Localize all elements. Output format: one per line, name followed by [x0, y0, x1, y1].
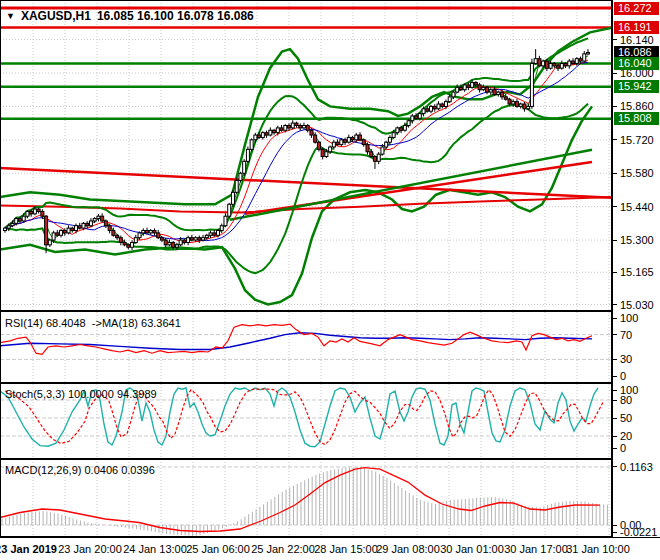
- stoch-indicator-label: Stoch(5,3,3) 100.0000 94.3989: [5, 388, 157, 400]
- time-axis-label: 31 Jan 10:00: [566, 543, 630, 555]
- time-axis-label: 23 Jan 20:00: [58, 543, 122, 555]
- time-axis[interactable]: 23 Jan 201923 Jan 20:0024 Jan 13:0025 Ja…: [0, 538, 660, 560]
- stoch-axis-label: 0: [613, 442, 626, 454]
- axis-tick: [613, 206, 617, 207]
- axis-tick: [613, 359, 617, 360]
- chart-dropdown-icon[interactable]: ▼: [6, 12, 15, 21]
- time-axis-label: 24 Jan 13:00: [123, 543, 187, 555]
- price-axis-label: 15.720: [613, 134, 654, 146]
- axis-tick: [613, 390, 617, 391]
- time-axis-label: 29 Jan 08:00: [376, 543, 440, 555]
- axis-tick: [613, 448, 617, 449]
- axis-tick: [613, 466, 617, 467]
- axis-tick: [613, 334, 617, 335]
- price-axis-label: 15.165: [613, 266, 654, 278]
- axis-tick: [613, 240, 617, 241]
- price-axis-label: 15.580: [613, 167, 654, 179]
- rsi-axis-label-text: 0: [620, 370, 626, 382]
- stoch-axis-label-text: 50: [620, 412, 632, 424]
- time-axis-label: 25 Jan 06:00: [186, 543, 250, 555]
- rsi-axis-label-text: 70: [620, 329, 632, 341]
- time-axis-label: 30 Jan 01:00: [440, 543, 504, 555]
- stoch-axis-label-text: 0: [620, 442, 626, 454]
- stoch-axis-label: 20: [613, 430, 632, 442]
- time-axis-label: 30 Jan 17:00: [504, 543, 568, 555]
- axis-tick: [613, 304, 617, 305]
- price-axis-label-text: 15.030: [620, 299, 654, 311]
- price-axis-label-text: 15.860: [620, 100, 654, 112]
- stoch-axis-label: 50: [613, 412, 632, 424]
- ohlc-values: 16.085 16.100 16.078 16.086: [97, 9, 254, 23]
- price-axis-label: 15.300: [613, 234, 654, 246]
- main-chart-area[interactable]: [0, 0, 612, 311]
- price-axis-label-text: 15.580: [620, 167, 654, 179]
- price-axis-label-text: 15.440: [620, 201, 654, 213]
- price-axis-label-text: 15.720: [620, 134, 654, 146]
- macd-axis-label-text: -0.0221: [620, 526, 657, 538]
- price-badge: 16.191: [614, 21, 659, 34]
- rsi-axis-label: 0: [613, 370, 626, 382]
- price-axis-label: 15.440: [613, 201, 654, 213]
- rsi-axis-label: 70: [613, 329, 632, 341]
- axis-tick: [613, 106, 617, 107]
- rsi-axis-label-text: 30: [620, 353, 632, 365]
- axis-tick: [613, 139, 617, 140]
- price-badge: 16.040: [614, 57, 659, 70]
- axis-tick: [613, 400, 617, 401]
- axis-tick: [613, 173, 617, 174]
- macd-indicator-label: MACD(12,26,9) 0.0406 0.0396: [5, 464, 155, 476]
- stoch-axis-label: 80: [613, 394, 632, 406]
- price-axis-label: 15.030: [613, 299, 654, 311]
- price-axis-label: 16.140: [613, 34, 654, 46]
- price-axis-label-text: 16.140: [620, 34, 654, 46]
- price-axis-label-text: 15.165: [620, 266, 654, 278]
- rsi-indicator-label: RSI(14) 68.4048 ->MA(18) 63.3641: [5, 317, 181, 329]
- symbol-timeframe-label: XAGUSD,H1: [21, 9, 91, 23]
- axis-tick: [613, 436, 617, 437]
- price-axis-label: 15.860: [613, 100, 654, 112]
- rsi-axis-label: 30: [613, 353, 632, 365]
- macd-axis-label: 0.1163: [613, 461, 653, 473]
- axis-tick: [613, 418, 617, 419]
- stoch-axis-label-text: 20: [620, 430, 632, 442]
- rsi-axis-label-text: 100: [620, 312, 638, 324]
- price-axis-label-text: 15.300: [620, 234, 654, 246]
- price-axis[interactable]: 16.14016.00015.86015.72015.58015.44015.3…: [613, 0, 660, 537]
- rsi-axis-label: 100: [613, 312, 638, 324]
- stoch-axis-label-text: 80: [620, 394, 632, 406]
- time-axis-label: 25 Jan 22:00: [251, 543, 315, 555]
- price-badge: 16.272: [614, 2, 659, 15]
- axis-tick: [613, 318, 617, 319]
- time-axis-label: 23 Jan 2019: [0, 543, 57, 555]
- time-axis-label: 28 Jan 15:00: [314, 543, 378, 555]
- axis-tick: [613, 532, 617, 533]
- axis-tick: [613, 272, 617, 273]
- chart-title-bar: ▼XAGUSD,H116.085 16.100 16.078 16.086: [6, 9, 254, 23]
- macd-axis-label: -0.0221: [613, 526, 657, 538]
- price-badge: 15.808: [614, 112, 659, 125]
- axis-tick: [613, 376, 617, 377]
- axis-tick: [613, 39, 617, 40]
- price-badge: 15.942: [614, 80, 659, 93]
- macd-axis-label-text: 0.1163: [620, 461, 653, 473]
- mt4-chart-window: { "window": { "symbol_title": "XAGUSD,H1…: [0, 0, 660, 560]
- axis-tick: [613, 73, 617, 74]
